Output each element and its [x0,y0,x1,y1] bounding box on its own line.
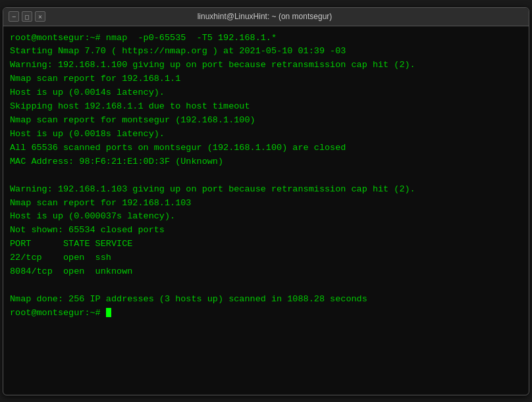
maximize-button[interactable]: □ [22,11,32,22]
close-button[interactable]: × [35,11,45,22]
terminal-line: Warning: 192.168.1.100 giving up on port… [10,59,522,72]
title-bar: − □ × linuxhint@LinuxHint: ~ (on montseg… [3,8,529,26]
terminal-line: root@montsegur:~# [10,307,522,320]
terminal-line: All 65536 scanned ports on montsegur (19… [10,141,522,155]
terminal-line: Warning: 192.168.1.103 giving up on port… [10,183,522,197]
window-title: linuxhint@LinuxHint: ~ (on montsegur) [45,12,484,21]
minimize-button[interactable]: − [9,11,19,22]
terminal-line [10,169,522,183]
terminal-line: Host is up (0.000037s latency). [10,210,522,224]
cursor [106,308,111,317]
terminal-line: 22/tcp open ssh [10,251,522,265]
terminal-line: Not shown: 65534 closed ports [10,224,522,238]
terminal-line: Nmap done: 256 IP addresses (3 hosts up)… [10,293,522,307]
terminal-line: Nmap scan report for 192.168.1.1 [10,72,522,86]
terminal-body[interactable]: root@montsegur:~# nmap -p0-65535 -T5 192… [3,26,529,395]
terminal-line [10,279,522,293]
terminal-window: − □ × linuxhint@LinuxHint: ~ (on montseg… [3,7,529,395]
window-controls[interactable]: − □ × [9,11,45,22]
terminal-line: Nmap scan report for montsegur (192.168.… [10,114,522,128]
terminal-line: Skipping host 192.168.1.1 due to host ti… [10,100,522,114]
terminal-line: Nmap scan report for 192.168.1.103 [10,197,522,211]
terminal-line: Host is up (0.0018s latency). [10,128,522,141]
terminal-line: Starting Nmap 7.70 ( https://nmap.org ) … [10,45,522,59]
terminal-line: MAC Address: 98:F6:21:E1:0D:3F (Unknown) [10,155,522,169]
terminal-line: Host is up (0.0014s latency). [10,86,522,100]
terminal-line: PORT STATE SERVICE [10,238,522,251]
terminal-line: root@montsegur:~# nmap -p0-65535 -T5 192… [10,32,522,45]
terminal-line: 8084/tcp open unknown [10,265,522,279]
